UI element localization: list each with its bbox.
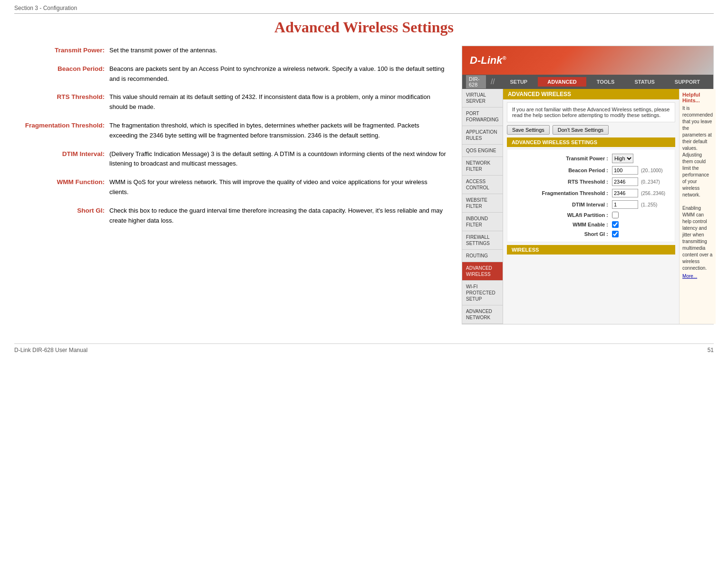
range-hint: (0..2347) <box>641 179 660 185</box>
field-label: WMM Function: <box>14 177 109 197</box>
btn-row: Save Settings Don't Save Settings <box>507 125 675 135</box>
sidebar-item-network-filter[interactable]: NETWORK FILTER <box>462 157 503 176</box>
field-description: (Delivery Traffic Indication Message) 3 … <box>109 149 447 169</box>
footer-right: 51 <box>708 347 714 353</box>
settings-row: WMM Enable : <box>517 220 665 229</box>
page-footer: D-Link DIR-628 User Manual 51 <box>14 343 714 353</box>
field-label: Short GI: <box>14 206 109 226</box>
model-badge: DIR-628 <box>466 75 486 88</box>
sidebar-item-port-forwarding[interactable]: PORT FORWARDING <box>462 108 503 126</box>
nav-tab-status[interactable]: STATUS <box>625 77 664 87</box>
footer-left: D-Link DIR-628 User Manual <box>14 347 87 353</box>
router-nav: DIR-628 // SETUPADVANCEDTOOLSSTATUSSUPPO… <box>462 75 713 89</box>
settings-row-value <box>612 212 619 218</box>
field-description: The fragmentation threshold, which is sp… <box>109 121 447 141</box>
settings-row-value: (0..2347) <box>612 177 660 186</box>
settings-row-label: Short GI : <box>517 231 612 237</box>
hints-panel: Helpful Hints... It is recommended that … <box>679 89 716 324</box>
hints-more-link[interactable]: More... <box>682 274 713 279</box>
sidebar-item-website-filter[interactable]: WEBSITE FILTER <box>462 194 503 213</box>
nav-tab-advanced[interactable]: ADVANCED <box>538 77 586 87</box>
checkbox-input[interactable] <box>612 221 619 228</box>
field-row: RTS Threshold:This value should remain a… <box>14 92 447 112</box>
sidebar-item-advanced-network[interactable]: ADVANCED NETWORK <box>462 305 503 324</box>
settings-row: Short GI : <box>517 229 665 239</box>
settings-row-label: DTIM Interval : <box>517 202 612 207</box>
wireless-footer: WIRELESS <box>507 245 675 255</box>
nav-tab-tools[interactable]: TOOLS <box>587 77 624 87</box>
settings-row-label: Transmit Power : <box>517 156 612 161</box>
text-input[interactable] <box>612 200 638 209</box>
settings-row: Fragmentation Threshold :(256..2346) <box>517 187 665 199</box>
settings-row-label: WLAfi Partition : <box>517 212 612 218</box>
settings-row: DTIM Interval :(1..255) <box>517 199 665 210</box>
router-header: D-Link® <box>462 46 713 75</box>
checkbox-input[interactable] <box>612 212 619 218</box>
sidebar-item-advanced-wireless[interactable]: ADVANCED WIRELESS <box>462 262 503 281</box>
settings-section-header: ADVANCED WIRELESS SETTINGS <box>507 137 675 147</box>
sidebar-item-application-rules[interactable]: APPLICATION RULES <box>462 126 503 145</box>
save-button[interactable]: Save Settings <box>507 125 550 135</box>
sidebar-item-access-control[interactable]: ACCESS CONTROL <box>462 176 503 194</box>
field-description: WMM is QoS for your wireless network. Th… <box>109 177 447 197</box>
hints-text: It is recommended that you leave the par… <box>682 105 713 272</box>
info-box: If you are not familiar with these Advan… <box>507 102 675 122</box>
settings-row: WLAfi Partition : <box>517 210 665 220</box>
main-content: ADVANCED WIRELESS If you are not familia… <box>503 89 679 324</box>
range-hint: (256..2346) <box>641 191 665 196</box>
range-hint: (1..255) <box>641 202 657 207</box>
settings-row-value: (1..255) <box>612 200 657 209</box>
checkbox-input[interactable] <box>612 231 619 237</box>
hints-title: Helpful Hints... <box>682 92 713 103</box>
settings-row-label: Fragmentation Threshold : <box>517 190 612 196</box>
page-title: Advanced Wireless Settings <box>14 19 714 36</box>
section-label: Section 3 - Configuration <box>14 5 714 14</box>
dlink-logo: D-Link® <box>470 54 506 67</box>
adv-wireless-header: ADVANCED WIRELESS <box>503 89 679 99</box>
nav-tab-support[interactable]: SUPPORT <box>665 77 709 87</box>
field-row: Fragmentation Threshold:The fragmentatio… <box>14 121 447 141</box>
settings-row-value: High <box>612 154 633 163</box>
text-input[interactable] <box>612 189 638 197</box>
field-row: DTIM Interval:(Delivery Traffic Indicati… <box>14 149 447 169</box>
settings-row-label: RTS Threshold : <box>517 179 612 185</box>
text-input[interactable] <box>612 177 638 186</box>
field-row: Beacon Period:Beacons are packets sent b… <box>14 64 447 84</box>
field-description: Check this box to reduce the guard inter… <box>109 206 447 226</box>
sidebar-item-routing[interactable]: ROUTING <box>462 250 503 262</box>
sidebar: VIRTUAL SERVERPORT FORWARDINGAPPLICATION… <box>462 89 503 324</box>
sidebar-item-wi-fi-protected-setup[interactable]: WI-FI PROTECTED SETUP <box>462 281 503 305</box>
dont-save-button[interactable]: Don't Save Settings <box>553 125 609 135</box>
transmit-power-select[interactable]: High <box>612 154 633 163</box>
settings-row-label: WMM Enable : <box>517 222 612 227</box>
settings-row-value: (256..2346) <box>612 189 665 197</box>
field-label: DTIM Interval: <box>14 149 109 169</box>
settings-row: Transmit Power :High <box>517 152 665 165</box>
text-input[interactable] <box>612 166 638 175</box>
sidebar-item-virtual-server[interactable]: VIRTUAL SERVER <box>462 89 503 108</box>
settings-row: RTS Threshold :(0..2347) <box>517 176 665 187</box>
range-hint: (20..1000) <box>641 168 663 173</box>
sidebar-item-firewall-settings[interactable]: FIREWALL SETTINGS <box>462 231 503 250</box>
field-row: Short GI:Check this box to reduce the gu… <box>14 206 447 226</box>
field-description: This value should remain at its default … <box>109 92 447 112</box>
settings-form: Transmit Power :HighBeacon Period :(20..… <box>507 149 675 242</box>
field-description: Beacons are packets sent by an Access Po… <box>109 64 447 84</box>
field-label: RTS Threshold: <box>14 92 109 112</box>
sidebar-item-inbound-filter[interactable]: INBOUND FILTER <box>462 213 503 231</box>
settings-row-value: (20..1000) <box>612 166 663 175</box>
router-body: VIRTUAL SERVERPORT FORWARDINGAPPLICATION… <box>462 89 713 324</box>
left-descriptions: Transmit Power:Set the transmit power of… <box>14 46 447 234</box>
field-label: Fragmentation Threshold: <box>14 121 109 141</box>
field-label: Transmit Power: <box>14 46 109 56</box>
settings-row-value <box>612 231 619 237</box>
settings-row: Beacon Period :(20..1000) <box>517 165 665 176</box>
field-description: Set the transmit power of the antennas. <box>109 46 447 56</box>
field-label: Beacon Period: <box>14 64 109 84</box>
sidebar-item-qos-engine[interactable]: QOS ENGINE <box>462 145 503 157</box>
field-row: Transmit Power:Set the transmit power of… <box>14 46 447 56</box>
nav-tab-setup[interactable]: SETUP <box>501 77 537 87</box>
settings-row-label: Beacon Period : <box>517 167 612 173</box>
router-panel: D-Link® DIR-628 // SETUPADVANCEDTOOLSSTA… <box>462 46 714 324</box>
field-row: WMM Function:WMM is QoS for your wireles… <box>14 177 447 197</box>
